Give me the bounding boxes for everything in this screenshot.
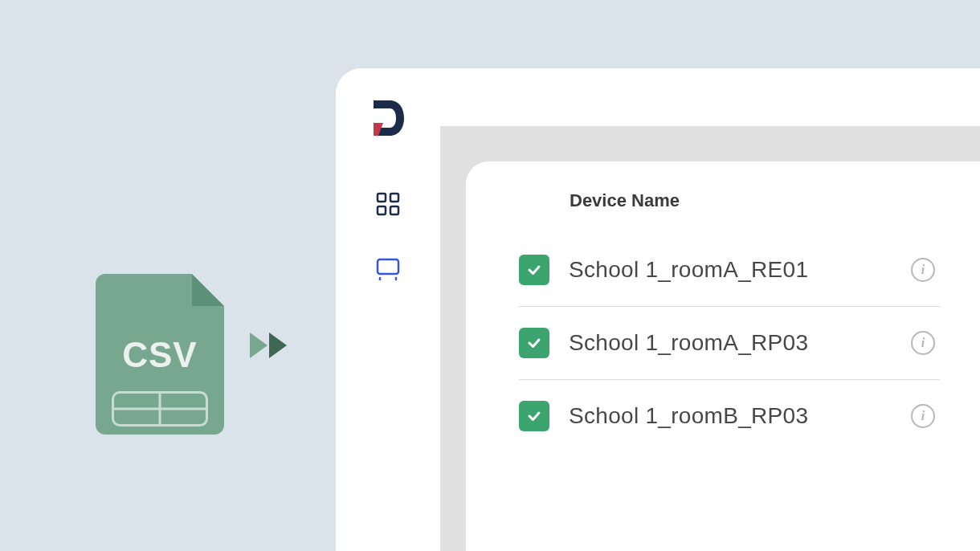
csv-file-label: CSV [96,335,224,375]
table-row: School 1_roomA_RP03 i [519,307,940,380]
device-name-cell: School 1_roomB_RP03 [569,403,892,429]
table-row: School 1_roomA_RE01 i [519,234,940,307]
row-checkbox[interactable] [519,255,549,285]
csv-file-icon: CSV [96,274,224,435]
device-name-cell: School 1_roomA_RP03 [569,330,892,356]
info-icon[interactable]: i [911,331,935,355]
row-checkbox[interactable] [519,401,549,431]
row-checkbox[interactable] [519,328,549,358]
svg-rect-0 [378,194,386,202]
classroom-icon[interactable] [375,256,401,284]
svg-rect-4 [378,259,398,274]
device-name-cell: School 1_roomA_RE01 [569,257,892,283]
svg-rect-3 [390,206,398,214]
import-arrows-icon [250,333,287,358]
svg-rect-2 [378,206,386,214]
table-row: School 1_roomB_RP03 i [519,380,940,452]
svg-rect-1 [390,194,398,202]
info-icon[interactable]: i [911,258,935,282]
app-logo-icon [369,96,407,141]
app-sidebar [336,68,440,551]
column-header-device-name: Device Name [570,190,940,211]
info-icon[interactable]: i [911,404,935,428]
dashboard-icon[interactable] [376,192,400,219]
device-list-card: Device Name School 1_roomA_RE01 i School… [466,161,980,551]
app-window: Device Name School 1_roomA_RE01 i School… [336,68,980,551]
